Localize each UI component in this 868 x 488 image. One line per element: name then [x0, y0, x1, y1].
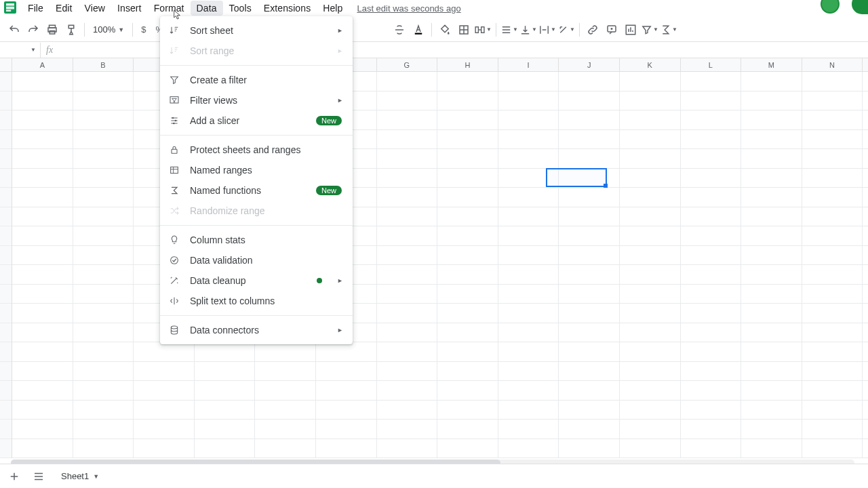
row-header[interactable]: [0, 169, 12, 188]
cell[interactable]: [741, 381, 802, 400]
column-header[interactable]: L: [681, 58, 742, 71]
cell[interactable]: [377, 226, 438, 245]
cell[interactable]: [498, 265, 559, 284]
cell[interactable]: [377, 207, 438, 226]
cell[interactable]: [377, 188, 438, 207]
sheet-tab[interactable]: Sheet1▼: [54, 467, 106, 485]
column-header[interactable]: B: [73, 58, 134, 71]
cell[interactable]: [12, 265, 73, 284]
cell[interactable]: [377, 420, 438, 439]
cell[interactable]: [741, 420, 802, 439]
cell[interactable]: [377, 92, 438, 110]
column-header[interactable]: I: [498, 58, 559, 71]
cell[interactable]: [559, 323, 620, 342]
text-rotation-button[interactable]: ▼: [557, 21, 575, 39]
cell[interactable]: [681, 285, 742, 304]
cell[interactable]: [741, 169, 802, 188]
cell[interactable]: [620, 169, 681, 188]
cell[interactable]: [802, 401, 863, 420]
cell[interactable]: [73, 92, 134, 110]
cell[interactable]: [498, 246, 559, 265]
menu-tools[interactable]: Tools: [223, 1, 258, 16]
cell[interactable]: [12, 149, 73, 168]
cell[interactable]: [498, 92, 559, 110]
cell[interactable]: [316, 381, 377, 400]
cell[interactable]: [437, 401, 498, 420]
cell[interactable]: [316, 420, 377, 439]
cell[interactable]: [316, 362, 377, 381]
cell[interactable]: [377, 149, 438, 168]
borders-button[interactable]: [455, 21, 473, 39]
cell[interactable]: [195, 401, 256, 420]
row-header[interactable]: [0, 342, 12, 362]
cell[interactable]: [437, 188, 498, 207]
cell[interactable]: [620, 401, 681, 420]
cell[interactable]: [620, 304, 681, 323]
cell[interactable]: [73, 439, 134, 458]
cell[interactable]: [620, 362, 681, 381]
cell[interactable]: [620, 420, 681, 439]
insert-link-button[interactable]: [584, 21, 601, 39]
cell[interactable]: [802, 304, 863, 323]
cell[interactable]: [73, 362, 134, 381]
cell[interactable]: [741, 439, 802, 458]
cell[interactable]: [620, 285, 681, 304]
column-header[interactable]: A: [12, 58, 73, 71]
cell[interactable]: [559, 285, 620, 304]
cell[interactable]: [741, 285, 802, 304]
cell[interactable]: [437, 304, 498, 323]
cell[interactable]: [437, 226, 498, 245]
cell[interactable]: [12, 323, 73, 342]
cell[interactable]: [377, 130, 438, 149]
cell[interactable]: [620, 323, 681, 342]
cell[interactable]: [559, 304, 620, 323]
share-button[interactable]: [852, 0, 868, 14]
menu-item-filter-views[interactable]: Filter views►: [160, 90, 353, 110]
cell[interactable]: [741, 72, 802, 91]
cell[interactable]: [620, 92, 681, 110]
cell[interactable]: [681, 439, 742, 458]
cell[interactable]: [498, 362, 559, 381]
cell[interactable]: [802, 323, 863, 342]
cell[interactable]: [498, 130, 559, 149]
cell[interactable]: [377, 246, 438, 265]
column-header[interactable]: H: [437, 58, 498, 71]
menu-item-named-ranges[interactable]: Named ranges: [160, 160, 353, 180]
cell[interactable]: [437, 381, 498, 400]
horizontal-align-button[interactable]: ▼: [500, 21, 518, 39]
cell[interactable]: [195, 381, 256, 400]
column-header[interactable]: N: [802, 58, 863, 71]
cell[interactable]: [620, 72, 681, 91]
add-sheet-button[interactable]: [5, 468, 23, 485]
cell[interactable]: [377, 110, 438, 129]
cell[interactable]: [73, 110, 134, 129]
menu-item-data-cleanup[interactable]: Data cleanup►: [160, 270, 353, 291]
row-header[interactable]: [0, 304, 12, 323]
cell[interactable]: [741, 130, 802, 149]
cell[interactable]: [437, 265, 498, 284]
cell[interactable]: [498, 304, 559, 323]
fill-color-button[interactable]: [436, 21, 454, 39]
cell[interactable]: [802, 130, 863, 149]
cell[interactable]: [620, 188, 681, 207]
cell[interactable]: [73, 265, 134, 284]
cell[interactable]: [437, 439, 498, 458]
cell[interactable]: [498, 72, 559, 91]
cell[interactable]: [741, 149, 802, 168]
cell[interactable]: [73, 342, 134, 361]
cell[interactable]: [195, 342, 256, 361]
account-avatar[interactable]: [821, 0, 840, 14]
cell[interactable]: [559, 342, 620, 361]
cell[interactable]: [802, 285, 863, 304]
cell[interactable]: [559, 439, 620, 458]
text-wrap-button[interactable]: ▼: [538, 21, 556, 39]
cell[interactable]: [12, 401, 73, 420]
cell[interactable]: [559, 265, 620, 284]
cell[interactable]: [12, 226, 73, 245]
cell[interactable]: [437, 323, 498, 342]
cell[interactable]: [620, 130, 681, 149]
cell[interactable]: [620, 246, 681, 265]
cell[interactable]: [73, 188, 134, 207]
cell[interactable]: [377, 304, 438, 323]
cell[interactable]: [681, 226, 742, 245]
